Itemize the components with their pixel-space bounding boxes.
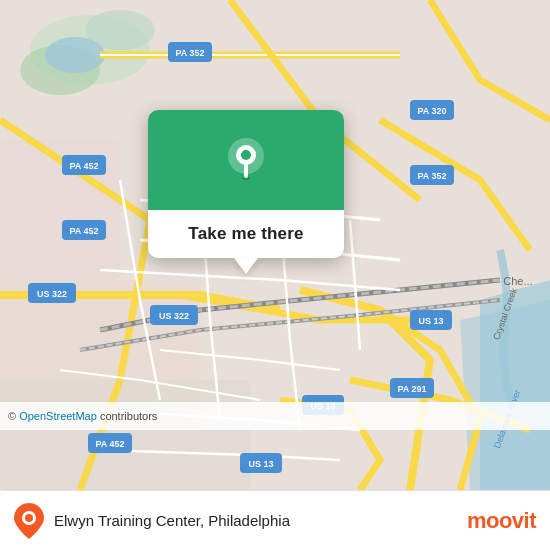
openstreetmap-link[interactable]: OpenStreetMap bbox=[19, 410, 97, 422]
svg-text:US 13: US 13 bbox=[248, 459, 273, 469]
footer-bar: Elwyn Training Center, Philadelphia moov… bbox=[0, 490, 550, 550]
moovit-logo: moovit bbox=[467, 508, 536, 534]
footer-location-text: Elwyn Training Center, Philadelphia bbox=[54, 512, 290, 529]
svg-text:US 322: US 322 bbox=[159, 311, 189, 321]
svg-text:PA 352: PA 352 bbox=[175, 48, 204, 58]
svg-point-4 bbox=[45, 37, 105, 73]
svg-point-39 bbox=[241, 150, 251, 160]
attribution-text: © OpenStreetMap contributors bbox=[8, 410, 157, 422]
svg-text:PA 452: PA 452 bbox=[69, 226, 98, 236]
popup-icon-area bbox=[148, 110, 344, 210]
svg-text:PA 291: PA 291 bbox=[397, 384, 426, 394]
location-pin-icon bbox=[220, 134, 272, 186]
svg-text:US 322: US 322 bbox=[37, 289, 67, 299]
svg-text:PA 452: PA 452 bbox=[69, 161, 98, 171]
svg-text:PA 320: PA 320 bbox=[417, 106, 446, 116]
map-container: PA 352 PA 452 PA 452 PA 320 PA 352 US 32… bbox=[0, 0, 550, 490]
svg-text:US 13: US 13 bbox=[418, 316, 443, 326]
svg-point-42 bbox=[25, 514, 33, 522]
popup-label-area[interactable]: Take me there bbox=[148, 210, 344, 258]
svg-text:Che...: Che... bbox=[503, 275, 532, 287]
svg-text:PA 452: PA 452 bbox=[95, 439, 124, 449]
moovit-logo-text: moovit bbox=[467, 508, 536, 534]
svg-text:PA 352: PA 352 bbox=[417, 171, 446, 181]
location-popup: Take me there bbox=[148, 110, 344, 258]
footer-location-icon bbox=[14, 503, 44, 539]
take-me-there-button[interactable]: Take me there bbox=[188, 224, 303, 244]
attribution-bar: © OpenStreetMap contributors bbox=[0, 402, 550, 430]
